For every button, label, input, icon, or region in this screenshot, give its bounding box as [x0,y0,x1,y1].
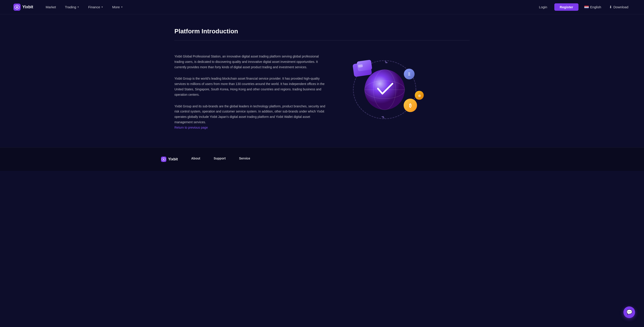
platform-illustration: Ξ ₿ ◎ [340,54,425,126]
page-title: Platform Introduction [174,28,470,35]
nav-finance[interactable]: Finance ▼ [84,3,107,11]
chat-icon: 💬 [626,309,632,315]
nav-more[interactable]: More ▼ [109,3,126,11]
download-icon: ⬇ [609,5,612,9]
logo[interactable]: Yixbit [14,4,33,11]
trading-chevron-icon: ▼ [77,6,80,8]
download-label: Download [613,5,628,9]
footer-support-col: Support [214,156,226,160]
language-label: English [590,5,601,9]
svg-text:₿: ₿ [409,103,412,108]
finance-chevron-icon: ▼ [101,6,103,8]
logo-icon [14,4,20,11]
paragraph-2: Yixbit Group is the world's leading bloc… [174,76,326,97]
paragraph-3: Yixbit Group and its sub-brands are the … [174,104,326,125]
login-button[interactable]: Login [535,3,551,11]
main-nav: Market Trading ▼ Finance ▼ More ▼ [42,3,535,11]
flag-icon [584,6,589,9]
title-divider [174,40,470,40]
more-chevron-icon: ▼ [121,6,123,8]
svg-point-20 [163,159,164,160]
footer-about-col: About [191,156,200,160]
footer-service-title: Service [239,156,250,160]
footer-about-title: About [191,156,200,160]
chat-button[interactable]: 💬 [624,306,635,318]
svg-point-3 [16,6,18,8]
nav-market[interactable]: Market [42,3,60,11]
nav-trading[interactable]: Trading ▼ [61,3,83,11]
language-selector[interactable]: English [582,4,603,10]
illustration-svg: Ξ ₿ ◎ [340,54,425,126]
footer: Yixbit About Support Service [161,156,483,162]
svg-text:◎: ◎ [418,94,421,97]
download-button[interactable]: ⬇ Download [607,4,630,10]
logo-text: Yixbit [22,5,33,10]
paragraph-1: Yixbit Global Professional Station, an i… [174,54,326,70]
register-button[interactable]: Register [554,3,578,11]
header-actions: Login Register English ⬇ Download [535,3,630,11]
footer-service-col: Service [239,156,250,160]
footer-brand: Yixbit [161,156,178,162]
footer-support-title: Support [214,156,226,160]
footer-logo-text: Yixbit [168,157,178,161]
svg-text:Ξ: Ξ [408,72,410,76]
text-content: Yixbit Global Professional Station, an i… [174,54,326,125]
return-link[interactable]: Return to previous page [174,126,208,129]
content-area: Yixbit Global Professional Station, an i… [174,54,470,126]
footer-logo-icon [161,156,166,162]
